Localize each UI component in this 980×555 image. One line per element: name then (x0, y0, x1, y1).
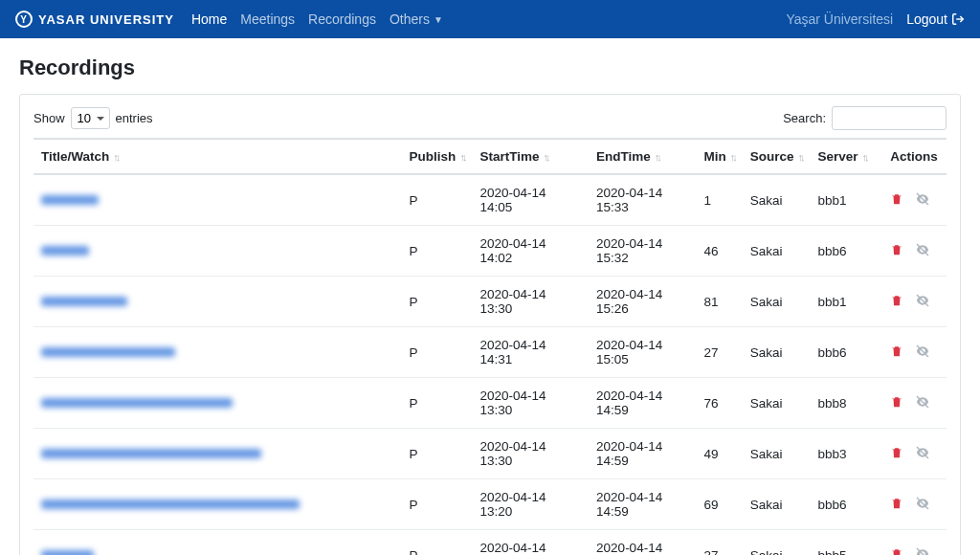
recording-title-link[interactable] (41, 246, 89, 255)
column-source[interactable]: Source↑↓ (743, 139, 811, 174)
cell-server: bbb5 (811, 530, 883, 556)
cell-source: Sakai (743, 174, 811, 226)
nav-link-home[interactable]: Home (191, 11, 227, 27)
cell-publish: P (402, 378, 473, 429)
column-min[interactable]: Min↑↓ (697, 139, 743, 174)
cell-min: 37 (697, 530, 743, 556)
cell-min: 49 (697, 429, 743, 479)
cell-source: Sakai (743, 277, 811, 327)
sort-icon: ↑↓ (113, 151, 118, 163)
delete-icon[interactable] (890, 395, 903, 411)
recording-title-link[interactable] (41, 449, 261, 458)
cell-publish: P (402, 327, 473, 378)
cell-start: 2020-04-14 13:30 (472, 429, 589, 479)
table-row: P2020-04-14 14:052020-04-14 15:331Sakaib… (33, 174, 947, 226)
table-row: P2020-04-14 13:302020-04-14 14:5949Sakai… (33, 429, 947, 479)
hide-icon[interactable] (915, 445, 930, 463)
cell-server: bbb6 (811, 479, 883, 530)
cell-start: 2020-04-14 14:02 (472, 226, 589, 277)
cell-end: 2020-04-14 15:05 (589, 327, 696, 378)
main-container: Recordings Show 10 entries Search: Title… (0, 38, 980, 555)
nav-links: HomeMeetingsRecordingsOthers▼ (191, 11, 443, 27)
cell-start: 2020-04-14 14:31 (472, 327, 589, 378)
sort-icon: ↑↓ (459, 151, 464, 163)
cell-start: 2020-04-14 13:30 (472, 277, 589, 327)
column-starttime[interactable]: StartTime↑↓ (472, 139, 589, 174)
nav-link-meetings[interactable]: Meetings (240, 11, 295, 27)
cell-source: Sakai (743, 479, 811, 530)
recordings-table: Title/Watch↑↓Publish↑↓StartTime↑↓EndTime… (33, 138, 947, 555)
nav-link-recordings[interactable]: Recordings (308, 11, 376, 27)
nav-right: Yaşar Üniversitesi Logout (786, 11, 965, 27)
cell-source: Sakai (743, 530, 811, 556)
table-head: Title/Watch↑↓Publish↑↓StartTime↑↓EndTime… (33, 139, 947, 174)
logout-icon (951, 12, 965, 26)
table-row: P2020-04-14 13:302020-04-14 14:5976Sakai… (33, 378, 947, 429)
page-title: Recordings (19, 56, 961, 80)
table-row: P2020-04-14 14:312020-04-14 15:0527Sakai… (33, 327, 947, 378)
cell-server: bbb6 (811, 327, 883, 378)
recording-title-link[interactable] (41, 297, 127, 306)
show-label: Show (33, 111, 65, 125)
cell-start: 2020-04-14 14:05 (472, 174, 589, 226)
delete-icon[interactable] (890, 446, 903, 462)
cell-server: bbb3 (811, 429, 883, 479)
cell-publish: P (402, 226, 473, 277)
entries-label: entries (116, 111, 153, 125)
show-entries: Show 10 entries (33, 107, 153, 129)
cell-min: 69 (697, 479, 743, 530)
cell-end: 2020-04-14 14:59 (589, 429, 696, 479)
delete-icon[interactable] (890, 497, 903, 513)
column-actions: Actions (882, 139, 947, 174)
table-body: P2020-04-14 14:052020-04-14 15:331Sakaib… (33, 174, 947, 555)
delete-icon[interactable] (890, 294, 903, 310)
hide-icon[interactable] (915, 191, 930, 210)
cell-publish: P (402, 479, 473, 530)
column-title-watch[interactable]: Title/Watch↑↓ (33, 139, 402, 174)
page-size-select[interactable]: 10 (71, 107, 110, 129)
cell-publish: P (402, 530, 473, 556)
recording-title-link[interactable] (41, 195, 99, 205)
cell-server: bbb1 (811, 174, 883, 226)
hide-icon[interactable] (915, 496, 930, 514)
table-row: P2020-04-14 13:302020-04-14 15:2681Sakai… (33, 277, 947, 327)
delete-icon[interactable] (890, 344, 903, 361)
cell-end: 2020-04-14 14:57 (589, 530, 696, 556)
cell-min: 1 (697, 174, 743, 226)
sort-icon: ↑↓ (543, 151, 547, 163)
cell-server: bbb8 (811, 378, 883, 429)
recording-title-link[interactable] (41, 500, 300, 509)
hide-icon[interactable] (915, 293, 930, 311)
hide-icon[interactable] (915, 344, 930, 362)
column-server[interactable]: Server↑↓ (811, 139, 883, 174)
logout-button[interactable]: Logout (906, 11, 965, 27)
delete-icon[interactable] (890, 192, 903, 209)
column-endtime[interactable]: EndTime↑↓ (589, 139, 696, 174)
brand[interactable]: Y YASAR UNIVERSITY (15, 11, 174, 28)
table-controls: Show 10 entries Search: (33, 106, 947, 130)
cell-start: 2020-04-14 13:20 (472, 479, 589, 530)
cell-source: Sakai (743, 327, 811, 378)
nav-link-others[interactable]: Others▼ (390, 11, 443, 27)
recording-title-link[interactable] (41, 347, 175, 357)
top-navbar: Y YASAR UNIVERSITY HomeMeetingsRecording… (0, 0, 980, 38)
logout-label: Logout (906, 11, 947, 27)
recording-title-link[interactable] (41, 550, 94, 556)
delete-icon[interactable] (890, 547, 903, 556)
column-publish[interactable]: Publish↑↓ (402, 139, 473, 174)
hide-icon[interactable] (915, 242, 930, 260)
search-input[interactable] (832, 106, 947, 130)
hide-icon[interactable] (915, 546, 930, 556)
search-box: Search: (783, 106, 947, 130)
recording-title-link[interactable] (41, 398, 233, 408)
cell-source: Sakai (743, 429, 811, 479)
cell-publish: P (402, 174, 473, 226)
search-label: Search: (783, 111, 826, 125)
delete-icon[interactable] (890, 243, 903, 259)
cell-source: Sakai (743, 226, 811, 277)
cell-end: 2020-04-14 15:26 (589, 277, 696, 327)
table-row: P2020-04-14 14:022020-04-14 15:3246Sakai… (33, 226, 947, 277)
cell-server: bbb1 (811, 277, 883, 327)
hide-icon[interactable] (915, 394, 930, 412)
cell-publish: P (402, 277, 473, 327)
